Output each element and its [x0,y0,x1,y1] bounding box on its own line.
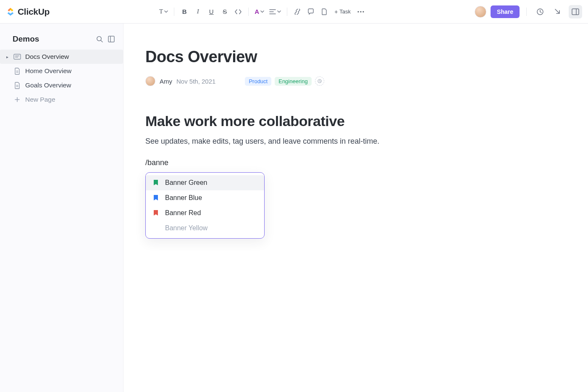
chevron-down-icon [164,10,168,13]
brand-logo[interactable]: ClickUp [6,7,50,17]
popover-item-label: Banner Red [165,209,201,217]
banner-icon [152,210,159,216]
doc-tags: Product Engineering [245,76,324,86]
plus-icon: + [334,8,338,15]
main-layout: Demos ▸ Docs Overview [0,24,588,392]
doc-landscape-icon [13,53,21,61]
toolbar-right: Share [475,5,582,18]
add-tag-button[interactable] [315,76,324,86]
sidebar-item-label: Home Overview [25,67,71,75]
toolbar-separator [526,8,527,16]
clock-icon [536,8,544,16]
sidebar-item-label: New Page [25,96,55,103]
add-task-button[interactable]: + Task [332,6,353,18]
svg-line-7 [101,40,102,42]
chevron-down-icon [260,10,264,13]
plus-icon [13,96,21,103]
text-style-dropdown[interactable]: T [158,6,170,18]
download-arrow-icon [554,8,562,16]
sidebar-item-docs-overview[interactable]: ▸ Docs Overview [0,50,123,64]
search-icon [96,35,103,43]
chevron-down-icon [277,10,281,13]
svg-rect-4 [572,9,579,15]
formatting-toolbar: T B I U S A + Task [53,6,471,18]
align-left-icon [269,9,276,14]
more-button[interactable] [355,6,367,18]
sidebar-items: ▸ Docs Overview Home Overview Goals Over… [0,50,123,107]
banner-icon-placeholder [152,225,159,232]
document-area[interactable]: Docs Overview Amy Nov 5th, 2021 Product … [123,24,588,392]
link-button[interactable] [291,6,303,18]
svg-point-1 [360,11,361,12]
bold-button[interactable]: B [178,6,190,18]
popover-item-banner-blue[interactable]: Banner Blue [146,190,264,205]
sidebar-item-label: Goals Overview [25,82,71,89]
svg-point-0 [357,11,359,12]
popover-item-label: Banner Green [165,179,207,187]
section-heading[interactable]: Make work more collaborative [145,113,527,129]
popover-item-banner-green[interactable]: Banner Green [146,175,264,190]
doc-date: Nov 5th, 2021 [176,78,215,85]
doc-meta: Amy Nov 5th, 2021 Product Engineering [145,76,527,86]
sidebar-item-goals-overview[interactable]: Goals Overview [0,78,123,92]
brand-name: ClickUp [18,7,50,17]
link-icon [294,9,301,15]
popover-item-label: Banner Yellow [165,224,207,232]
toolbar-separator [248,8,249,16]
more-horizontal-icon [357,11,364,13]
sidebar-header: Demos [0,32,123,50]
author-name: Amy [160,78,172,85]
banner-icon [152,179,159,186]
page-settings-button[interactable] [318,6,330,18]
comment-button[interactable] [305,6,317,18]
panel-right-icon [572,8,579,15]
sidebar: Demos ▸ Docs Overview [0,24,123,392]
share-button[interactable]: Share [491,5,520,18]
banner-icon [152,195,159,201]
strikethrough-button[interactable]: S [219,6,231,18]
sidebar-search-button[interactable] [95,35,104,43]
code-icon [234,9,242,15]
page-title[interactable]: Docs Overview [145,48,527,66]
sidebar-item-home-overview[interactable]: Home Overview [0,64,123,78]
tag-product[interactable]: Product [245,77,271,86]
svg-rect-8 [108,36,114,42]
doc-icon [13,67,21,75]
slash-command-input[interactable]: /banne [145,158,527,167]
page-icon [321,8,327,15]
code-button[interactable] [232,6,244,18]
author-avatar[interactable] [145,76,155,86]
italic-button[interactable]: I [192,6,204,18]
comment-icon [307,8,314,15]
toolbar-separator [287,8,287,16]
panel-toggle-button[interactable] [569,5,582,18]
slash-command-popover: Banner Green Banner Blue Banner Red Bann… [145,172,265,239]
toolbar-separator [174,8,174,16]
body-paragraph[interactable]: See updates, make edits, tag users, and … [145,137,527,146]
popover-item-banner-red[interactable]: Banner Red [146,205,264,221]
sidebar-collapse-button[interactable] [107,35,116,43]
text-color-dropdown[interactable]: A [253,6,266,18]
clickup-logo-icon [6,7,15,16]
popover-item-banner-yellow[interactable]: Banner Yellow [146,221,264,236]
download-button[interactable] [551,5,564,18]
chevron-right-icon: ▸ [5,55,9,59]
history-button[interactable] [533,5,547,18]
tag-engineering[interactable]: Engineering [275,77,311,86]
panel-left-icon [108,35,115,43]
underline-button[interactable]: U [205,6,217,18]
sidebar-new-page[interactable]: New Page [0,92,123,107]
align-dropdown[interactable] [268,6,283,18]
clock-small-icon [318,79,322,83]
svg-point-2 [362,11,364,12]
user-avatar[interactable] [475,6,486,18]
popover-item-label: Banner Blue [165,194,202,202]
sidebar-title: Demos [13,34,39,44]
top-toolbar: ClickUp T B I U S A [0,0,588,24]
svg-rect-10 [14,54,21,59]
doc-icon [13,82,21,89]
sidebar-item-label: Docs Overview [25,53,69,61]
